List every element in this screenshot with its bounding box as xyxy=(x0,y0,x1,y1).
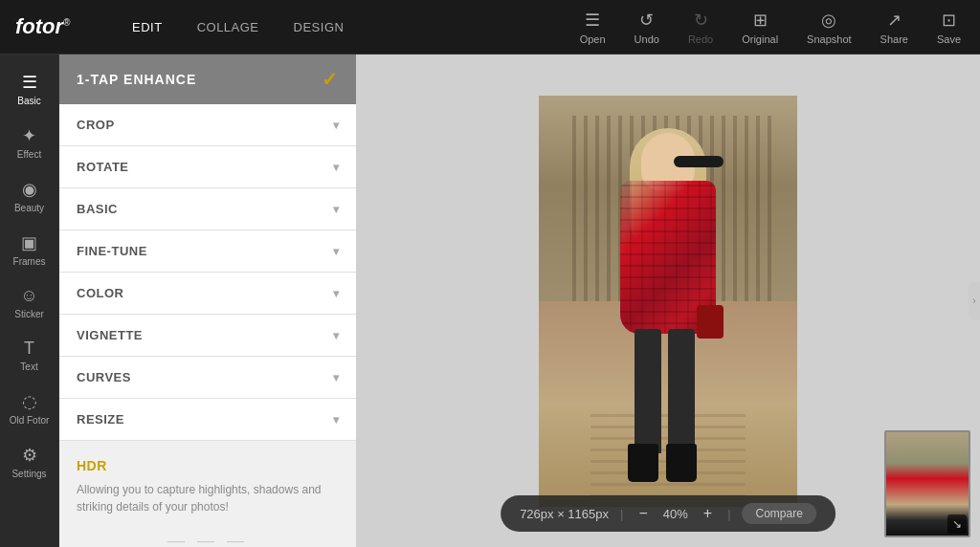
bottom-status-bar: 726px × 1165px | − 40% + | Compare xyxy=(501,495,835,532)
hdr-section: HDR Allowing you to capture highlights, … xyxy=(59,441,356,547)
save-button[interactable]: ⊡ Save xyxy=(927,6,970,49)
image-dimensions: 726px × 1165px xyxy=(520,507,609,521)
vignette-chevron: ▾ xyxy=(333,329,340,342)
original-label: Original xyxy=(742,33,778,45)
nav-edit[interactable]: EDIT xyxy=(115,20,180,34)
undo-button[interactable]: ↺ Undo xyxy=(625,6,669,49)
sidebar-item-frames[interactable]: ▣ Frames xyxy=(0,223,58,276)
save-icon: ⊡ xyxy=(942,10,956,31)
sticker-label: Sticker xyxy=(14,309,44,319)
sidebar-item-sticker[interactable]: ☺ Sticker xyxy=(0,276,58,329)
woman-sunglasses xyxy=(674,156,724,167)
crop-label: CROP xyxy=(77,118,115,132)
share-button[interactable]: ↗ Share xyxy=(871,6,918,49)
original-icon: ⊞ xyxy=(753,10,768,31)
basic-chevron: ▾ xyxy=(333,203,340,216)
beauty-label: Beauty xyxy=(14,203,44,213)
logo: fotor® xyxy=(15,14,70,39)
basic-icon: ☰ xyxy=(22,72,37,93)
open-icon: ☰ xyxy=(585,10,600,31)
thumbnail-expand-button[interactable]: ↘ xyxy=(947,514,967,534)
basic-item-label: BASIC xyxy=(77,202,118,216)
sidebar-item-old-fotor[interactable]: ◌ Old Fotor xyxy=(0,382,58,435)
zoom-level: 40% xyxy=(663,507,688,521)
save-label: Save xyxy=(937,33,961,45)
original-button[interactable]: ⊞ Original xyxy=(732,6,788,49)
fine-tune-label: FINE-TUNE xyxy=(77,244,147,258)
photo-container xyxy=(539,96,797,507)
fine-tune-item[interactable]: FINE-TUNE ▾ xyxy=(59,230,356,273)
beauty-icon: ◉ xyxy=(22,179,37,200)
settings-icon: ⚙ xyxy=(22,445,37,466)
rotate-item[interactable]: ROTATE ▾ xyxy=(59,146,356,188)
snapshot-button[interactable]: ◎ Snapshot xyxy=(797,6,860,49)
woman-boot-left xyxy=(628,444,658,482)
handle-icon: › xyxy=(972,295,975,306)
enhance-checkmark: ✓ xyxy=(322,68,339,91)
logo-text: fotor xyxy=(15,14,63,38)
sidebar-tools: ☰ Basic ✦ Effect ◉ Beauty ▣ Frames ☺ Sti… xyxy=(0,55,59,547)
color-item[interactable]: COLOR ▾ xyxy=(59,273,356,315)
hdr-description: Allowing you to capture highlights, shad… xyxy=(77,481,339,515)
sidebar-item-basic[interactable]: ☰ Basic xyxy=(0,62,58,116)
frames-label: Frames xyxy=(13,256,46,267)
separator-1: | xyxy=(620,507,623,521)
logo-area: fotor® xyxy=(0,14,115,39)
effect-icon: ✦ xyxy=(22,125,36,146)
basic-item[interactable]: BASIC ▾ xyxy=(59,188,356,230)
basic-label: Basic xyxy=(17,96,40,106)
sticker-icon: ☺ xyxy=(20,286,37,306)
curves-label: CURVES xyxy=(77,370,131,384)
undo-icon: ↺ xyxy=(639,10,654,31)
share-icon: ↗ xyxy=(887,10,902,31)
color-chevron: ▾ xyxy=(333,287,340,300)
resize-chevron: ▾ xyxy=(333,413,340,427)
redo-button[interactable]: ↻ Redo xyxy=(679,6,723,49)
photo-background xyxy=(539,96,797,507)
left-panel: 1-TAP ENHANCE ✓ CROP ▾ ROTATE ▾ BASIC ▾ … xyxy=(59,55,356,547)
text-icon: T xyxy=(24,339,34,359)
vignette-item[interactable]: VIGNETTE ▾ xyxy=(59,315,356,357)
old-fotor-icon: ◌ xyxy=(22,391,37,412)
curves-item[interactable]: CURVES ▾ xyxy=(59,357,356,399)
hdr-divider: — — — xyxy=(77,531,339,547)
woman-figure xyxy=(611,128,725,478)
settings-label: Settings xyxy=(11,469,46,479)
zoom-in-button[interactable]: + xyxy=(700,505,716,522)
logo-superscript: ® xyxy=(63,17,70,28)
crop-item[interactable]: CROP ▾ xyxy=(59,104,356,146)
main: ☰ Basic ✦ Effect ◉ Beauty ▣ Frames ☺ Sti… xyxy=(0,55,980,547)
resize-item[interactable]: RESIZE ▾ xyxy=(59,399,356,441)
panel-resize-handle[interactable]: › xyxy=(969,282,980,320)
sidebar-item-effect[interactable]: ✦ Effect xyxy=(0,116,58,169)
enhance-header[interactable]: 1-TAP ENHANCE ✓ xyxy=(59,55,356,104)
open-button[interactable]: ☰ Open xyxy=(570,6,615,49)
color-label: COLOR xyxy=(77,286,123,300)
snapshot-label: Snapshot xyxy=(807,33,851,45)
share-label: Share xyxy=(880,33,908,45)
crop-chevron: ▾ xyxy=(333,119,340,132)
separator-2: | xyxy=(727,507,730,521)
thumbnail-preview: ↘ xyxy=(884,430,970,537)
canvas-area: 726px × 1165px | − 40% + | Compare ↘ › xyxy=(356,55,980,547)
rotate-chevron: ▾ xyxy=(333,161,340,174)
woman-bag xyxy=(697,305,724,339)
nav-collage[interactable]: COLLAGE xyxy=(180,20,277,34)
effect-label: Effect xyxy=(17,149,41,160)
zoom-out-button[interactable]: − xyxy=(635,505,651,522)
sidebar-item-settings[interactable]: ⚙ Settings xyxy=(0,435,58,489)
topbar-actions: ☰ Open ↺ Undo ↻ Redo ⊞ Original ◎ Snapsh… xyxy=(570,6,980,49)
nav-links: EDIT COLLAGE DESIGN xyxy=(115,20,361,34)
vignette-label: VIGNETTE xyxy=(77,328,143,342)
redo-icon: ↻ xyxy=(694,10,708,31)
undo-label: Undo xyxy=(635,33,659,45)
curves-chevron: ▾ xyxy=(333,371,340,384)
compare-button[interactable]: Compare xyxy=(743,503,816,524)
resize-label: RESIZE xyxy=(77,412,124,427)
text-label: Text xyxy=(20,361,37,372)
topbar: fotor® EDIT COLLAGE DESIGN ☰ Open ↺ Undo… xyxy=(0,0,980,55)
nav-design[interactable]: DESIGN xyxy=(277,20,362,34)
sidebar-item-text[interactable]: T Text xyxy=(0,329,58,382)
sidebar-item-beauty[interactable]: ◉ Beauty xyxy=(0,169,58,223)
woman-boot-right xyxy=(666,444,697,482)
